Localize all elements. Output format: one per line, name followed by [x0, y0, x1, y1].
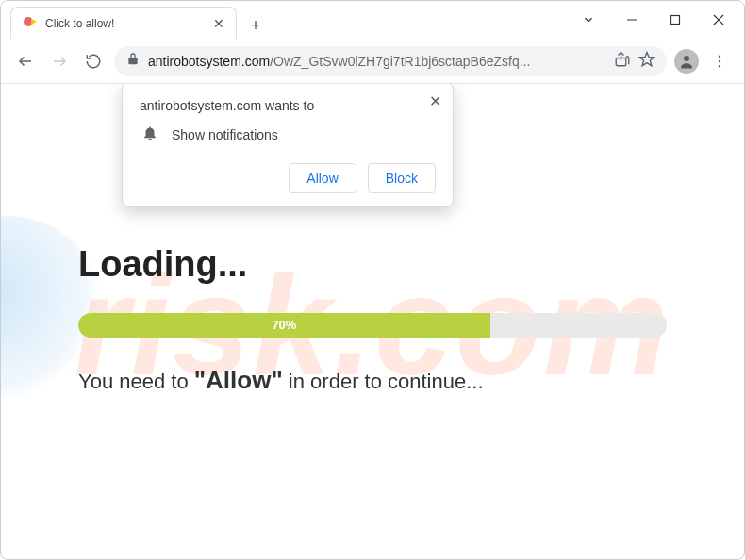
instruction-suffix: in order to continue... — [283, 370, 484, 393]
svg-point-12 — [719, 65, 720, 67]
browser-toolbar: antirobotsystem.com/OwZ_GtSvw0lZH7gi7tR1… — [1, 39, 744, 84]
page-viewport: risk.com ✕ antirobotsystem.com wants to … — [1, 84, 744, 560]
loading-heading: Loading... — [78, 244, 667, 285]
progress-percent-label: 70% — [78, 313, 490, 338]
permission-row: Show notifications — [141, 124, 436, 144]
block-button[interactable]: Block — [368, 163, 436, 193]
permission-label: Show notifications — [172, 127, 278, 142]
window-maximize-button[interactable] — [654, 1, 697, 39]
svg-point-11 — [719, 59, 720, 61]
new-tab-button[interactable]: + — [242, 12, 269, 39]
menu-dots-button[interactable] — [706, 48, 733, 74]
svg-point-9 — [684, 56, 689, 61]
svg-marker-8 — [640, 53, 654, 66]
window-minimize-button[interactable] — [610, 1, 654, 39]
tab-favicon-icon — [23, 16, 38, 31]
nav-forward-button[interactable] — [46, 48, 73, 74]
tab-close-icon[interactable]: ✕ — [213, 17, 224, 30]
progress-fill: 70% — [78, 313, 490, 338]
progress-bar: 70% — [78, 313, 667, 338]
instruction-text: You need to "Allow" in order to continue… — [78, 366, 667, 395]
share-icon[interactable] — [614, 51, 631, 71]
lock-icon — [125, 52, 141, 70]
tab-strip: Click to allow! ✕ + — [1, 1, 567, 39]
window-dropdown-button[interactable] — [567, 1, 610, 39]
nav-back-button[interactable] — [12, 48, 39, 74]
url-host: antirobotsystem.com — [148, 54, 270, 69]
nav-reload-button[interactable] — [80, 48, 107, 74]
dialog-origin-text: antirobotsystem.com wants to — [140, 98, 436, 113]
profile-avatar-button[interactable] — [674, 49, 699, 74]
address-bar[interactable]: antirobotsystem.com/OwZ_GtSvw0lZH7gi7tR1… — [114, 46, 667, 76]
window-close-button[interactable] — [697, 1, 740, 39]
instruction-prefix: You need to — [78, 370, 194, 393]
svg-rect-2 — [671, 16, 680, 25]
allow-button[interactable]: Allow — [289, 163, 356, 193]
bookmark-star-icon[interactable] — [638, 51, 655, 71]
window-controls — [567, 1, 744, 39]
svg-point-10 — [719, 55, 720, 57]
instruction-emphasis: "Allow" — [194, 366, 283, 394]
address-url: antirobotsystem.com/OwZ_GtSvw0lZH7gi7tR1… — [148, 54, 606, 69]
browser-tab[interactable]: Click to allow! ✕ — [10, 7, 237, 39]
url-path: /OwZ_GtSvw0lZH7gi7tR1bj6sctapB6eZsfq... — [270, 54, 530, 69]
dialog-actions: Allow Block — [140, 163, 436, 193]
bell-icon — [141, 124, 158, 144]
tab-title: Click to allow! — [45, 17, 206, 30]
dialog-close-icon[interactable]: ✕ — [429, 92, 441, 110]
window-titlebar: Click to allow! ✕ + — [1, 1, 744, 39]
notification-permission-dialog: ✕ antirobotsystem.com wants to Show noti… — [122, 84, 454, 207]
